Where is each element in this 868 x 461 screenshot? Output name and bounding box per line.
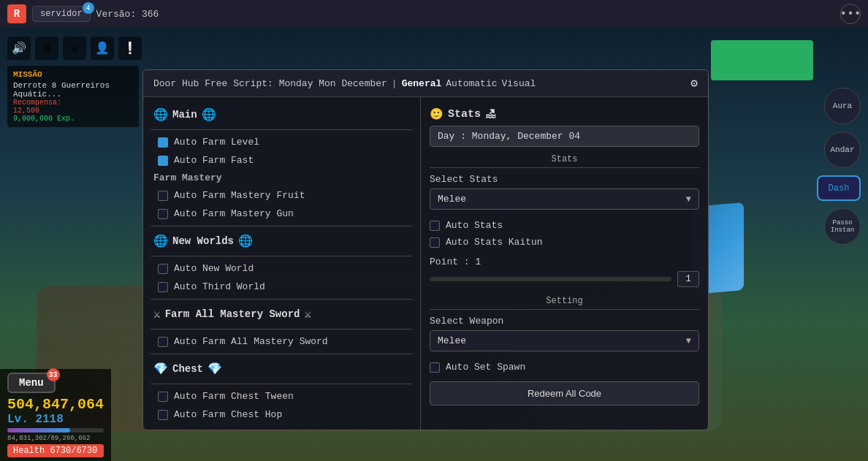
auto-third-world-checkbox[interactable]	[158, 282, 168, 292]
auto-set-spawn-row[interactable]: Auto Set Spawn	[430, 359, 699, 376]
auto-farm-mastery-gun-item[interactable]: Auto Farm Mastery Gun	[143, 205, 420, 223]
auto-farm-chest-tween-checkbox[interactable]	[158, 392, 168, 402]
menu-button[interactable]: Menu 33	[7, 373, 56, 393]
title-visual[interactable]: Visual	[502, 78, 536, 89]
stats-icon-right: 🏖	[485, 108, 496, 121]
select-stats-label: Select Stats	[430, 174, 699, 185]
mission-reward-label: Recompensa:	[13, 99, 133, 107]
farm-mastery-label: Farm Mastery	[143, 169, 420, 186]
divider-sword-2	[151, 329, 413, 329]
setting-label: Setting	[430, 296, 699, 310]
divider-main	[151, 129, 413, 130]
auto-stats-checkbox[interactable]	[430, 221, 440, 231]
main-section-header: 🌐 Main 🌐	[143, 103, 420, 126]
select-weapon-label: Select Weapon	[430, 316, 699, 327]
point-slider[interactable]	[430, 277, 671, 281]
auto-farm-all-mastery-sword-checkbox[interactable]	[158, 337, 168, 347]
exp-bar	[7, 428, 104, 433]
left-hud: 🔊 ⚙️ ☠️ 👤 ❕ MISSÃO Derrote 8 Guerreiros …	[7, 37, 142, 127]
passo-button[interactable]: Passo Instan	[824, 208, 861, 245]
auto-farm-fast-label: Auto Farm Fast	[174, 155, 254, 166]
title-auto[interactable]: Automatic	[446, 78, 497, 89]
roblox-logo: R	[7, 4, 26, 23]
farm-sword-header-label: Farm All Mastery Sword	[165, 308, 300, 320]
right-panel: 🙂 Stats 🏖 Day : Monday, December 04 Stat…	[421, 97, 708, 430]
version-text: Versão: 366	[96, 9, 159, 20]
auto-farm-all-mastery-sword-item[interactable]: Auto Farm All Mastery Sword	[143, 332, 420, 351]
auto-farm-chest-hop-item[interactable]: Auto Farm Chest Hop	[143, 405, 420, 424]
auto-stats-kaitun-label: Auto Stats Kaitun	[446, 237, 543, 248]
exclaim-icon[interactable]: ❕	[118, 37, 142, 60]
auto-farm-mastery-fruit-checkbox[interactable]	[158, 191, 168, 201]
auto-stats-label: Auto Stats	[446, 220, 503, 231]
mission-title: MISSÃO	[13, 70, 133, 79]
divider-new-worlds-2	[151, 256, 413, 256]
chest-header-label: Chest	[172, 363, 203, 375]
title-general[interactable]: General	[402, 78, 442, 89]
menu-badge: 33	[47, 368, 60, 381]
main-header-label: Main	[172, 109, 197, 121]
select-weapon-value: Melee	[438, 335, 466, 346]
mission-exp: 9,000,000 Exp.	[13, 115, 133, 123]
main-icon-right: 🌐	[202, 107, 216, 122]
auto-farm-fast-checkbox[interactable]	[158, 156, 168, 166]
mission-desc: Derrote 8 Guerreiros Aquátic...	[13, 81, 133, 99]
window-settings-icon[interactable]: ⚙	[690, 76, 698, 91]
point-label: Point : 1	[430, 256, 699, 267]
farm-sword-section-header: ⚔ Farm All Mastery Sword ⚔	[143, 302, 420, 326]
auto-new-world-checkbox[interactable]	[158, 264, 168, 274]
auto-set-spawn-label: Auto Set Spawn	[446, 362, 525, 373]
dash-button[interactable]: Dash	[817, 175, 861, 201]
day-display: Day : Monday, December 04	[430, 126, 699, 147]
skull-icon[interactable]: ☠️	[63, 37, 86, 60]
auto-stats-kaitun-row[interactable]: Auto Stats Kaitun	[430, 234, 699, 251]
farm-sword-icon-left: ⚔	[153, 307, 161, 321]
server-tab[interactable]: servidor 4	[32, 6, 91, 22]
auto-stats-kaitun-checkbox[interactable]	[430, 237, 440, 248]
divider-chest-2	[151, 384, 413, 384]
auto-new-world-item[interactable]: Auto New World	[143, 259, 420, 278]
auto-farm-mastery-gun-checkbox[interactable]	[158, 209, 168, 219]
exp-text: 84,831,302/89,260,662	[7, 435, 104, 442]
select-weapon-dropdown[interactable]: Melee ▼	[430, 330, 699, 351]
auto-stats-row[interactable]: Auto Stats	[430, 217, 699, 234]
auto-farm-chest-hop-label: Auto Farm Chest Hop	[174, 409, 282, 420]
tab-badge: 4	[83, 2, 94, 14]
script-window: Door Hub Free Script: Monday Mon Decembe…	[142, 69, 709, 430]
point-value-box[interactable]: 1	[677, 271, 699, 287]
gold-amount: 504,847,064	[7, 396, 104, 413]
more-button[interactable]: •••	[840, 4, 861, 24]
auto-farm-level-item[interactable]: Auto Farm Level	[143, 133, 420, 151]
andar-button[interactable]: Andar	[824, 132, 861, 168]
auto-farm-chest-tween-item[interactable]: Auto Farm Chest Tween	[143, 387, 420, 405]
auto-third-world-item[interactable]: Auto Third World	[143, 278, 420, 296]
chest-icon-right: 💎	[208, 362, 222, 376]
stats-header-label: Stats	[448, 108, 481, 121]
divider-new-worlds	[151, 226, 413, 226]
auto-farm-fast-item[interactable]: Auto Farm Fast	[143, 151, 420, 169]
auto-set-spawn-checkbox[interactable]	[430, 362, 440, 373]
auto-farm-mastery-fruit-item[interactable]: Auto Farm Mastery Fruit	[143, 186, 420, 205]
aura-button[interactable]: Aura	[824, 88, 861, 124]
select-stats-dropdown[interactable]: Melee ▼	[430, 188, 699, 210]
stats-header: 🙂 Stats 🏖	[430, 103, 699, 126]
stats-section-label: Stats	[430, 154, 699, 168]
divider-chest	[151, 354, 413, 354]
content-area: 🌐 Main 🌐 Auto Farm Level Auto Farm Fast …	[143, 97, 708, 430]
title-bar: Door Hub Free Script: Monday Mon Decembe…	[143, 70, 708, 97]
new-worlds-icon-left: 🌐	[153, 234, 168, 248]
redeem-all-code-button[interactable]: Redeem All Code	[430, 381, 699, 405]
auto-farm-chest-hop-checkbox[interactable]	[158, 410, 168, 420]
sound-icon[interactable]: 🔊	[7, 37, 31, 60]
auto-new-world-label: Auto New World	[174, 263, 254, 274]
settings-icon[interactable]: ⚙️	[35, 37, 58, 60]
person-icon[interactable]: 👤	[91, 37, 114, 60]
new-worlds-icon-right: 🌐	[238, 234, 253, 248]
farm-sword-icon-right: ⚔	[304, 307, 311, 321]
auto-farm-level-checkbox[interactable]	[158, 137, 168, 148]
select-stats-value: Melee	[438, 194, 466, 205]
tab-label: servidor	[40, 9, 83, 19]
chest-section-header: 💎 Chest 💎	[143, 357, 420, 381]
mission-box: MISSÃO Derrote 8 Guerreiros Aquátic... R…	[7, 66, 139, 127]
top-bar: R servidor 4 Versão: 366 •••	[0, 0, 868, 28]
